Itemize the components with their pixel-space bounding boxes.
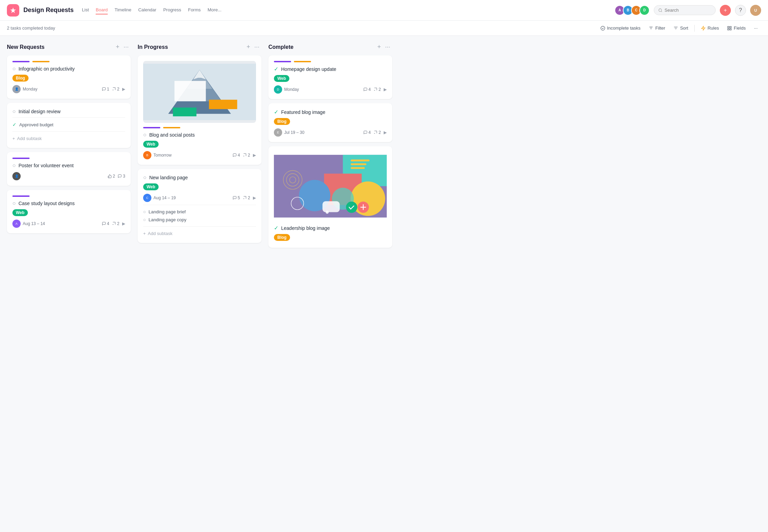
fields-icon xyxy=(727,26,732,31)
card-bars-4 xyxy=(12,195,125,197)
card-bars-7 xyxy=(274,61,387,62)
date-5: Tomorrow xyxy=(153,153,172,158)
subtask-landing-copy: ○ Landing page copy xyxy=(143,216,256,224)
comments-6: 5 xyxy=(233,195,240,200)
date-6: Aug 14 – 19 xyxy=(153,195,176,200)
subtasks-5: 2 xyxy=(243,153,250,158)
help-button[interactable]: ? xyxy=(735,5,746,16)
divider-6b xyxy=(143,226,256,227)
svg-rect-8 xyxy=(730,29,732,30)
check-icon-6: ○ xyxy=(143,174,147,181)
toolbar: 2 tasks completed today Incomplete tasks… xyxy=(0,21,768,36)
incomplete-tasks-button[interactable]: Incomplete tasks xyxy=(597,24,644,32)
avatar-4[interactable]: D xyxy=(639,5,650,15)
footer-stats-8: 4 2 ▶ xyxy=(363,130,387,135)
column-menu-complete[interactable]: ··· xyxy=(383,43,392,51)
sort-button[interactable]: Sort xyxy=(670,24,692,32)
card-blog-social: ○ Blog and social posts Web B Tomorrow 4 xyxy=(138,55,262,165)
svg-rect-25 xyxy=(351,167,365,169)
comment-icon-1 xyxy=(102,87,106,91)
add-card-complete[interactable]: + xyxy=(375,43,383,51)
more-options-button[interactable]: ··· xyxy=(750,24,761,32)
tag-web-6[interactable]: Web xyxy=(143,183,159,190)
tasks-completed-label: 2 tasks completed today xyxy=(7,25,55,31)
comment-icon-4 xyxy=(102,222,106,226)
header-right: A B C D + ? U xyxy=(615,5,761,16)
subtask-text-copy: Landing page copy xyxy=(149,217,186,222)
tab-timeline[interactable]: Timeline xyxy=(115,6,131,14)
card-footer-left-3: 👤 xyxy=(12,172,105,180)
tag-web-5[interactable]: Web xyxy=(143,141,159,148)
svg-rect-16 xyxy=(173,108,196,117)
column-title-in-progress: In Progress xyxy=(138,44,244,50)
check-icon-5: ○ xyxy=(143,132,147,138)
card-landing-page: ○ New landing page Web C Aug 14 – 19 5 xyxy=(138,169,262,243)
tag-blog-1[interactable]: Blog xyxy=(12,75,29,82)
subtask-landing-brief: ○ Landing page brief xyxy=(143,208,256,216)
expand-btn-5[interactable]: ▶ xyxy=(253,153,256,158)
add-card-new-requests[interactable]: + xyxy=(114,43,121,51)
expand-btn-4[interactable]: ▶ xyxy=(122,221,125,226)
add-subtask-2[interactable]: + Add subtask xyxy=(12,135,125,142)
colorful-svg xyxy=(274,152,387,221)
mountain-svg xyxy=(143,61,256,123)
column-in-progress: In Progress + ··· xyxy=(138,43,262,247)
assignee-avatar-5: B xyxy=(143,151,151,159)
tab-calendar[interactable]: Calendar xyxy=(138,6,157,14)
tab-list[interactable]: List xyxy=(82,6,89,14)
add-button[interactable]: + xyxy=(720,5,731,16)
svg-rect-24 xyxy=(351,163,366,165)
incomplete-tasks-label: Incomplete tasks xyxy=(607,25,641,31)
card-footer-5: B Tomorrow 4 2 ▶ xyxy=(143,151,256,159)
date-1: Monday xyxy=(23,87,38,92)
search-bar[interactable] xyxy=(654,5,716,15)
card-footer-4: A Aug 13 – 14 4 2 ▶ xyxy=(12,220,125,228)
toolbar-right: Incomplete tasks Filter Sort Rules Field… xyxy=(597,24,761,32)
expand-btn-6[interactable]: ▶ xyxy=(253,195,256,200)
column-header-in-progress: In Progress + ··· xyxy=(138,43,262,51)
add-subtask-6[interactable]: + Add subtask xyxy=(143,230,256,237)
tab-progress[interactable]: Progress xyxy=(163,6,181,14)
divider-6 xyxy=(143,205,256,205)
search-input[interactable] xyxy=(664,8,711,13)
card-featured-blog: ✓ Featured blog image Blog E Jul 19 – 30… xyxy=(268,103,392,142)
expand-btn-7[interactable]: ▶ xyxy=(384,87,387,92)
svg-rect-27 xyxy=(322,201,340,212)
card-footer-7: D Monday 4 2 ▶ xyxy=(274,85,387,94)
fields-button[interactable]: Fields xyxy=(724,24,749,32)
tag-blog-9[interactable]: Blog xyxy=(274,234,290,241)
check-icon-2: ○ xyxy=(12,108,16,115)
check-icon-9: ✓ xyxy=(274,225,278,231)
tag-web-4[interactable]: Web xyxy=(12,209,28,216)
card-initial-design: ○ Initial design review ✓ Approved budge… xyxy=(7,103,131,148)
column-menu-new-requests[interactable]: ··· xyxy=(121,43,131,51)
card-footer-1: 👤 Monday 1 2 ▶ xyxy=(12,85,125,93)
tag-web-7[interactable]: Web xyxy=(274,75,289,82)
card-footer-left-5: B Tomorrow xyxy=(143,151,230,159)
card-title-5: Blog and social posts xyxy=(149,132,195,138)
card-title-3: Poster for volunteer event xyxy=(19,163,74,168)
tag-blog-8[interactable]: Blog xyxy=(274,118,290,125)
assignee-avatar-3: 👤 xyxy=(12,172,21,180)
rules-button[interactable]: Rules xyxy=(697,24,722,32)
user-avatar[interactable]: U xyxy=(750,5,761,16)
filter-button[interactable]: Filter xyxy=(645,24,669,32)
comment-icon-8 xyxy=(363,130,367,135)
card-bars-1 xyxy=(12,61,125,62)
card-title-7: Homepage design update xyxy=(281,66,336,72)
sort-icon xyxy=(673,26,678,31)
bar-yellow-5 xyxy=(163,127,180,128)
tab-forms[interactable]: Forms xyxy=(188,6,201,14)
subtask-approved-budget: ✓ Approved budget xyxy=(12,120,125,129)
app-title: Design Requests xyxy=(23,7,74,14)
tab-more[interactable]: More... xyxy=(207,6,221,14)
comment-icon-3 xyxy=(118,174,122,178)
expand-btn-1[interactable]: ▶ xyxy=(122,87,125,92)
colorful-image xyxy=(274,152,387,221)
expand-btn-8[interactable]: ▶ xyxy=(384,130,387,135)
add-card-in-progress[interactable]: + xyxy=(244,43,252,51)
tab-board[interactable]: Board xyxy=(96,6,108,14)
column-menu-in-progress[interactable]: ··· xyxy=(252,43,262,51)
bar-purple-1 xyxy=(12,61,30,62)
card-footer-8: E Jul 19 – 30 4 2 ▶ xyxy=(274,128,387,137)
